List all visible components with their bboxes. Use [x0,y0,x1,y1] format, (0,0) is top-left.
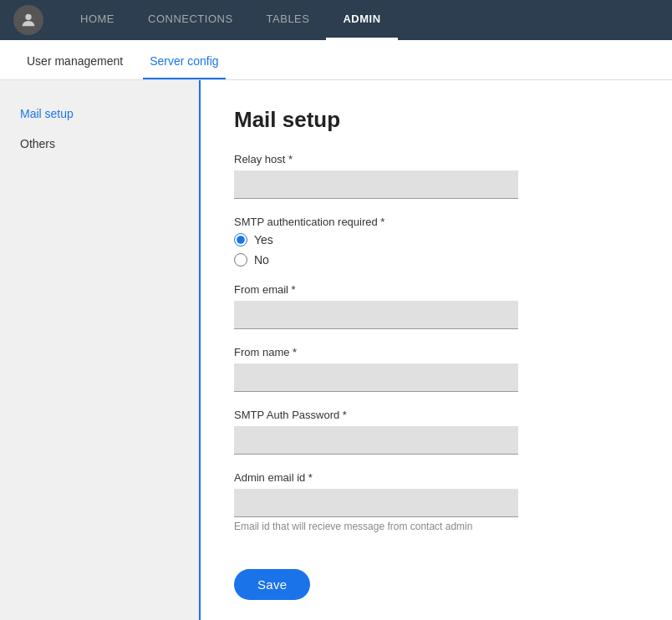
from-email-group: From email * [234,283,639,329]
save-button[interactable]: Save [234,569,310,600]
from-name-input[interactable] [234,363,518,392]
svg-point-0 [25,14,31,20]
nav-admin[interactable]: ADMIN [326,0,397,40]
nav-home[interactable]: HOME [64,0,131,40]
radio-no-label: No [254,253,269,267]
nav-tables[interactable]: TABLES [250,0,327,40]
nav-links: HOME CONNECTIONS TABLES ADMIN [64,0,398,40]
radio-yes[interactable]: Yes [234,233,639,246]
main-content: Mail setup Others Mail setup Relay host … [0,80,672,620]
smtp-auth-group: SMTP authentication required * Yes No [234,216,639,267]
radio-yes-input[interactable] [234,233,247,246]
tab-user-management[interactable]: User management [20,54,130,79]
logo [13,5,43,35]
admin-email-label: Admin email id * [234,471,639,484]
radio-yes-label: Yes [254,233,273,246]
sidebar-item-mail-setup[interactable]: Mail setup [13,100,186,127]
topnav: HOME CONNECTIONS TABLES ADMIN [0,0,672,40]
relay-host-label: Relay host * [234,153,639,165]
smtp-auth-label: SMTP authentication required * [234,216,639,228]
admin-email-group: Admin email id * Email id that will reci… [234,471,639,532]
smtp-password-group: SMTP Auth Password * [234,409,639,455]
smtp-password-input[interactable] [234,426,518,455]
admin-email-hint: Email id that will recieve message from … [234,521,639,532]
from-name-label: From name * [234,346,639,358]
from-name-group: From name * [234,346,639,392]
from-email-label: From email * [234,283,639,296]
smtp-auth-radio-group: Yes No [234,233,639,267]
radio-no[interactable]: No [234,253,639,267]
radio-no-input[interactable] [234,253,247,267]
subtabs: User management Server config [0,40,672,80]
smtp-password-label: SMTP Auth Password * [234,409,639,421]
from-email-input[interactable] [234,301,518,329]
form-area: Mail setup Relay host * SMTP authenticat… [201,80,672,620]
tab-server-config[interactable]: Server config [143,54,225,79]
sidebar: Mail setup Others [0,80,201,620]
relay-host-group: Relay host * [234,153,639,199]
admin-email-input[interactable] [234,489,518,517]
form-title: Mail setup [234,107,639,133]
nav-connections[interactable]: CONNECTIONS [131,0,250,40]
sidebar-item-others[interactable]: Others [13,130,186,157]
relay-host-input[interactable] [234,170,518,199]
